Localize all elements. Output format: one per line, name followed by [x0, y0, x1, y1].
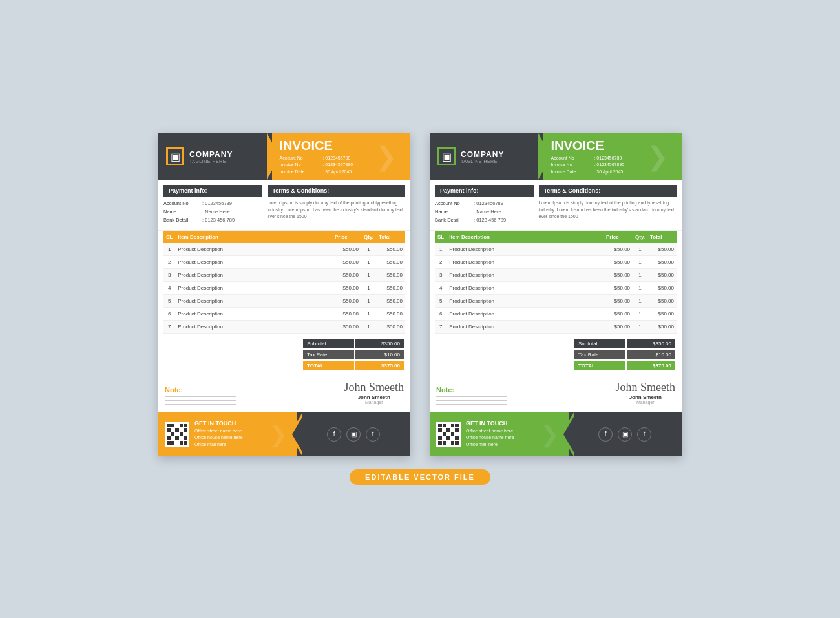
company-logo-green: COMPANY TAGLINE HERE [437, 147, 504, 165]
contact-title-green: GET IN TOUCH [466, 420, 514, 427]
table-row: 7Product Description$50.001$50.00 [163, 320, 405, 333]
header-right-orange: INVOICE Account No : 0123456789 Invoice … [272, 133, 411, 180]
table-row: 3Product Description$50.001$50.00 [163, 268, 405, 281]
social-web-green[interactable]: ▣ [618, 427, 632, 442]
company-text-orange: COMPANY TAGLINE HERE [189, 150, 233, 164]
contact-info-green: GET IN TOUCH Office street name here Off… [466, 420, 514, 449]
contact-line-1-orange: Office street name here [194, 428, 243, 435]
footer-right-orange: f ▣ t [297, 412, 411, 456]
payment-block-orange: Payment info: Account No : 0123456789 Na… [163, 185, 262, 224]
footer-deco-green: ❯ [540, 421, 559, 447]
contact-line-1-green: Office street name here [466, 428, 514, 435]
signature-name-orange: John Smeeth [344, 394, 404, 400]
th-price-orange: Price [332, 231, 361, 243]
terms-header-green: Terms & Conditions: [539, 185, 677, 197]
signature-title-green: Manager [616, 400, 676, 405]
th-qty-orange: Qty. [361, 231, 376, 243]
footer-arrow-left-orange [292, 412, 305, 456]
signature-orange: John Smeeth John Smeeth Manager [344, 381, 404, 405]
payment-header-green: Payment info: [435, 185, 534, 197]
company-text-green: COMPANY TAGLINE HERE [461, 150, 504, 164]
payment-info-orange: Account No : 0123456789 Name : Name Here… [163, 200, 262, 224]
terms-block-green: Terms & Conditions: Lorem Ipsum is simpl… [539, 185, 677, 224]
invoice-header-orange: COMPANY TAGLINE HERE INVOICE Account No … [158, 133, 410, 180]
totals-table-green: Subtotal$350.00 Tax Rate$10.00 TOTAL$375… [573, 337, 677, 372]
footer-deco-orange: ❯ [269, 421, 288, 447]
table-row: 6Product Description$50.001$50.00 [163, 307, 405, 320]
total-row-orange: TOTAL$375.00 [303, 361, 404, 370]
note-signature-orange: Note: John Smeeth John Smeeth Manager [158, 376, 410, 410]
note-signature-green: Note: John Smeeth John Smeeth Manager [430, 376, 682, 410]
table-row: 2Product Description$50.001$50.00 [163, 255, 405, 268]
company-name-green: COMPANY [461, 150, 504, 159]
header-left-green: COMPANY TAGLINE HERE [430, 133, 543, 180]
th-sl-orange: SL [163, 231, 175, 243]
social-facebook-orange[interactable]: f [327, 427, 341, 442]
subtotal-row-orange: Subtotal$350.00 [303, 339, 404, 348]
company-name-orange: COMPANY [189, 150, 233, 159]
logo-icon-orange [166, 147, 184, 165]
th-price-green: Price [604, 231, 633, 243]
note-block-orange: Note: [165, 386, 236, 405]
table-row: 6Product Description$50.001$50.00 [435, 307, 677, 320]
table-row: 1Product Description$50.001$50.00 [163, 243, 405, 256]
payment-info-green: Account No : 0123456789 Name : Name Here… [435, 200, 534, 224]
bottom-badge: EDITABLE VECTOR FILE [350, 469, 490, 485]
header-arrow-green [538, 133, 551, 180]
invoice-footer-orange: GET IN TOUCH Office street name here Off… [158, 412, 410, 456]
table-row: 5Product Description$50.001$50.00 [435, 294, 677, 307]
invoice-footer-green: GET IN TOUCH Office street name here Off… [430, 412, 682, 456]
th-desc-green: Item Description [446, 231, 604, 243]
table-head-orange: SL Item Description Price Qty. Total [163, 231, 405, 243]
th-qty-green: Qty. [633, 231, 647, 243]
contact-line-3-green: Office mail here [466, 442, 514, 449]
qr-code-green [436, 422, 461, 447]
signature-green: John Smeeth John Smeeth Manager [616, 381, 676, 405]
contact-line-3-orange: Office mail here [194, 442, 243, 449]
note-line-3-green [436, 404, 507, 405]
footer-left-orange: GET IN TOUCH Office street name here Off… [158, 412, 297, 456]
table-head-green: SL Item Description Price Qty. Total [435, 231, 677, 243]
header-right-green: INVOICE Account No : 0123456789 Invoice … [543, 133, 682, 180]
invoice-green: COMPANY TAGLINE HERE INVOICE Account No … [430, 133, 682, 456]
header-deco-green: ❯ [647, 142, 669, 171]
table-body-orange: 1Product Description$50.001$50.00 2Produ… [163, 243, 405, 334]
social-twitter-orange[interactable]: t [366, 427, 380, 442]
contact-title-orange: GET IN TOUCH [194, 420, 243, 427]
th-sl-green: SL [435, 231, 446, 243]
note-line-2-orange [165, 400, 236, 401]
tax-row-green: Tax Rate$10.00 [574, 350, 675, 359]
payment-block-green: Payment info: Account No : 0123456789 Na… [435, 185, 534, 224]
company-tagline-orange: TAGLINE HERE [189, 159, 233, 164]
invoices-container: COMPANY TAGLINE HERE INVOICE Account No … [158, 133, 682, 456]
table-row: 1Product Description$50.001$50.00 [435, 243, 677, 256]
invoice-orange: COMPANY TAGLINE HERE INVOICE Account No … [158, 133, 410, 456]
footer-arrow-left-green [563, 412, 576, 456]
social-web-orange[interactable]: ▣ [346, 427, 361, 442]
table-row: 5Product Description$50.001$50.00 [163, 294, 405, 307]
note-block-green: Note: [436, 386, 507, 405]
tax-row-orange: Tax Rate$10.00 [303, 350, 404, 359]
table-row: 2Product Description$50.001$50.00 [435, 255, 677, 268]
payment-terms-orange: Payment info: Account No : 0123456789 Na… [158, 180, 410, 230]
th-total-orange: Total [376, 231, 405, 243]
footer-left-green: GET IN TOUCH Office street name here Off… [430, 412, 569, 456]
social-facebook-green[interactable]: f [598, 427, 613, 442]
note-line-1-green [436, 396, 507, 397]
header-arrow-orange [267, 133, 280, 180]
terms-block-orange: Terms & Conditions: Lorem Ipsum is simpl… [268, 185, 406, 224]
note-line-2-green [436, 400, 507, 401]
social-twitter-green[interactable]: t [637, 427, 651, 442]
terms-text-green: Lorem Ipsum is simply dummy text of the … [539, 200, 677, 220]
invoice-table-green: SL Item Description Price Qty. Total 1Pr… [435, 231, 677, 334]
contact-line-2-green: Office house name here [466, 434, 514, 442]
signature-cursive-green: John Smeeth [616, 381, 676, 394]
totals-orange: Subtotal$350.00 Tax Rate$10.00 TOTAL$375… [163, 337, 405, 372]
note-label-green: Note: [436, 386, 507, 394]
invoice-header-green: COMPANY TAGLINE HERE INVOICE Account No … [430, 133, 682, 180]
total-row-green: TOTAL$375.00 [574, 361, 675, 370]
payment-header-orange: Payment info: [163, 185, 262, 197]
invoice-table-orange: SL Item Description Price Qty. Total 1Pr… [163, 231, 405, 334]
qr-code-orange [165, 422, 189, 447]
header-left-orange: COMPANY TAGLINE HERE [158, 133, 272, 180]
